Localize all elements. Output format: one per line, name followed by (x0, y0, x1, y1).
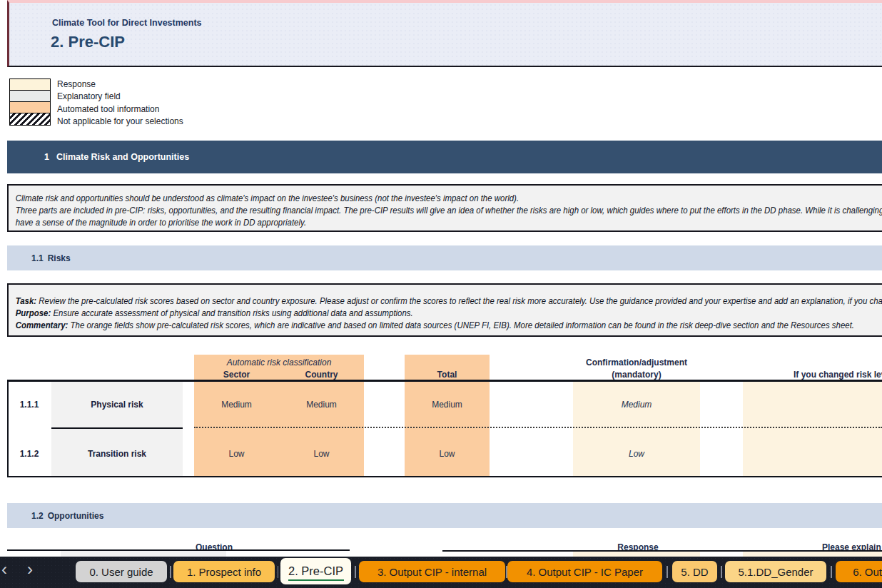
confirmation-column-header: Confirmation/adjustment (573, 358, 700, 368)
opportunities-question-cell-bg (61, 551, 226, 557)
row-separator-solid (51, 427, 183, 429)
table-bottom-border (7, 476, 882, 478)
commentary-line: Commentary: The orange fields show pre-c… (9, 319, 780, 331)
country-column-header: Country (279, 370, 364, 380)
purpose-text: Ensure accurate assessment of physical a… (53, 308, 412, 318)
confirmation-column-bg (573, 380, 700, 477)
spreadsheet-app: Climate Tool for Direct Investments 2. P… (0, 0, 882, 588)
row-1-label: Physical risk (51, 400, 183, 410)
task-label: Task: (16, 295, 36, 306)
sheet-tab-label: 6. Output (853, 566, 882, 578)
sheet-tab-output[interactable]: 6. Output (836, 561, 882, 582)
sheet-tab-output-cip-internal[interactable]: 3. Output CIP - internal (359, 561, 505, 582)
section-1-1-header: 1.1 Risks (7, 245, 882, 270)
legend-label-not-applicable: Not applicable for your selections (57, 116, 183, 128)
auto-classification-header: Automatic risk classification (194, 358, 364, 368)
table-left-border (7, 380, 9, 477)
explain-column-bg (743, 380, 882, 477)
row-1-country-cell[interactable]: Medium (279, 400, 364, 410)
intro-line-2: Three parts are included in pre-CIP: ris… (9, 204, 780, 216)
row-2-sector-cell[interactable]: Low (194, 449, 279, 459)
row-2-label: Transition risk (51, 449, 183, 459)
sheet-tab-dd[interactable]: 5. DD (672, 561, 717, 582)
total-column-header: Total (405, 370, 490, 380)
purpose-line: Purpose: Ensure accurate assessment of p… (9, 307, 780, 319)
commentary-text: The orange fields show pre-calculated ri… (71, 320, 854, 330)
tab-separator (831, 566, 832, 578)
sheet-tab-label: 1. Prospect info (187, 566, 261, 578)
legend-label-response: Response (57, 78, 183, 91)
page-title: 2. Pre-CIP (51, 33, 125, 51)
task-box: Task: Review the pre-calculated risk sco… (7, 283, 882, 337)
tab-separator (666, 566, 668, 578)
row-1-sector-cell[interactable]: Medium (194, 400, 279, 410)
sheet-tab-label: 5.1.DD_Gender (738, 566, 813, 578)
sheet-tab-pre-cip[interactable]: 2. Pre-CIP (280, 558, 351, 584)
app-title: Climate Tool for Direct Investments (52, 18, 202, 28)
explain-column-header: If you changed risk levels, please expla… (794, 370, 882, 380)
row-2-country-cell[interactable]: Low (279, 449, 364, 459)
purpose-label: Purpose: (16, 308, 51, 318)
opportunities-explain-cell-bg (743, 552, 882, 557)
task-line: Task: Review the pre-calculated risk sco… (9, 295, 780, 307)
sheet-tab-dd-gender[interactable]: 5.1.DD_Gender (725, 561, 826, 582)
sheet-tab-label: 0. User guide (89, 566, 153, 578)
tab-separator (170, 566, 171, 578)
tab-separator (721, 566, 722, 578)
section-1-header: 1 Climate Risk and Opportunities (7, 141, 882, 173)
row-separator-dotted (194, 427, 882, 428)
sheet-tab-label: 4. Output CIP - IC Paper (527, 566, 643, 578)
sheet-tab-label: 3. Output CIP - internal (377, 566, 487, 578)
legend-swatch-not-applicable (10, 113, 50, 125)
legend-swatches (9, 78, 51, 126)
section-1-intro-box: Climate risk and opportunities should be… (7, 184, 882, 232)
confirmation-column-subheader: (mandatory) (573, 370, 700, 380)
row-1-confirmation-cell[interactable]: Medium (573, 400, 700, 410)
legend-swatch-response (10, 79, 50, 91)
intro-line-3: have a sense of the magnitude in order t… (9, 216, 780, 228)
table-top-border (7, 380, 882, 382)
sheet-tab-user-guide[interactable]: 0. User guide (76, 561, 167, 582)
sheet-tab-label: 5. DD (681, 566, 708, 578)
legend-labels: Response Explanatory field Automated too… (57, 78, 183, 128)
row-2-id: 1.1.2 (7, 449, 51, 459)
section-1-number: 1 (44, 152, 49, 162)
sheet-tab-output-cip-ic-paper[interactable]: 4. Output CIP - IC Paper (507, 561, 662, 582)
section-1-title: Climate Risk and Opportunities (56, 152, 189, 162)
tabs-scroll-right-button[interactable]: › (27, 561, 33, 578)
task-text: Review the pre-calculated risk scores ba… (39, 295, 882, 306)
sheet-tab-label: 2. Pre-CIP (288, 564, 343, 578)
section-1-1-number: 1.1 (31, 253, 44, 263)
section-1-2-title: Opportunities (48, 511, 104, 521)
tab-separator (355, 566, 356, 578)
legend-swatch-automated (10, 102, 50, 113)
sheet-banner: Climate Tool for Direct Investments 2. P… (7, 0, 882, 67)
tab-separator (278, 566, 279, 578)
sheet-tab-prospect-info[interactable]: 1. Prospect info (173, 561, 275, 582)
row-2-confirmation-cell[interactable]: Low (573, 449, 700, 459)
commentary-label: Commentary: (16, 320, 69, 330)
legend-label-explanatory: Explanatory field (57, 91, 183, 103)
opportunities-response-cell-bg (573, 552, 700, 557)
active-tab-underline (288, 579, 344, 582)
row-1-id: 1.1.1 (7, 400, 51, 410)
tab-separator (506, 566, 507, 578)
row-1-total-cell[interactable]: Medium (405, 400, 490, 410)
intro-line-1: Climate risk and opportunities should be… (9, 192, 780, 204)
section-1-2-number: 1.2 (31, 511, 44, 521)
sector-column-header: Sector (194, 370, 279, 380)
risk-label-column-bg (51, 380, 183, 477)
section-1-1-title: Risks (48, 253, 71, 263)
row-2-total-cell[interactable]: Low (405, 449, 490, 459)
legend-swatch-explanatory (10, 91, 50, 102)
tabs-scroll-left-button[interactable]: ‹ (1, 561, 7, 578)
section-1-2-header: 1.2 Opportunities (7, 503, 882, 528)
legend-label-automated: Automated tool information (57, 103, 183, 116)
